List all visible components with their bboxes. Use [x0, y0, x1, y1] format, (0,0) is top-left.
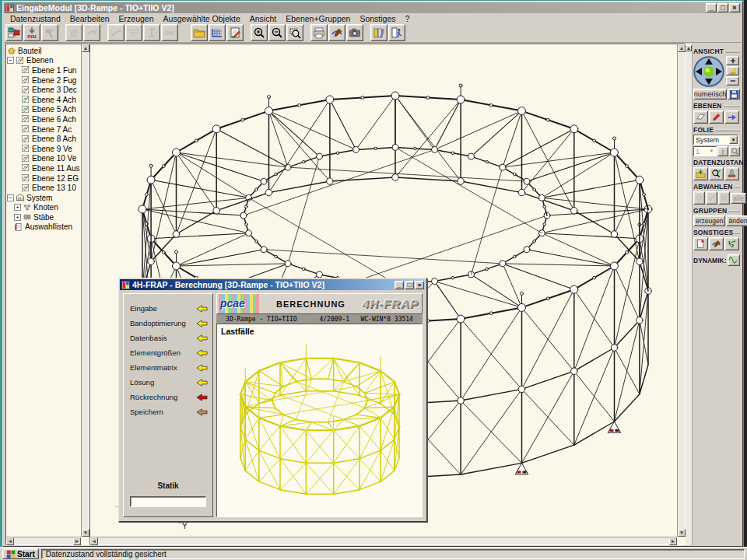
sonstiges-renumber-button[interactable]: 12	[724, 237, 739, 250]
tree-item-ebene-3[interactable]: Ebene 3 Dec	[7, 85, 80, 95]
toolbar-zoom-in-button[interactable]	[251, 24, 268, 41]
datenzustand-magnifier-check-button[interactable]	[709, 167, 724, 180]
toolbar-brush-eye-button[interactable]	[328, 24, 345, 41]
tree-item-system[interactable]: −System	[7, 193, 80, 203]
scroll-up-icon[interactable]: ▲	[678, 44, 686, 52]
menu-item-4[interactable]: Ansicht	[245, 14, 281, 23]
step-bandoptimierung: Bandoptimierung	[124, 316, 212, 331]
statik-label: Statik	[124, 481, 212, 490]
scroll-up-icon[interactable]: ▲	[82, 44, 89, 52]
scroll-left-icon[interactable]: ◄	[90, 537, 98, 545]
tree-item-ebene-1[interactable]: Ebene 1 Fun	[7, 65, 80, 75]
close-button[interactable]: ×	[415, 281, 424, 289]
sonstiges-page-red-dot-button[interactable]	[693, 237, 708, 250]
toolbar-grid-ruler-button[interactable]	[209, 24, 226, 41]
menu-item-3[interactable]: Ausgewählte Objekte	[159, 14, 245, 23]
menu-item-1[interactable]: Bearbeiten	[65, 14, 114, 23]
gruppen-erzeugen-button[interactable]: erzeugen	[693, 215, 725, 226]
tree-item-ebene-6[interactable]: Ebene 6 Ach	[7, 114, 80, 124]
folie-dropdown[interactable]: System ▼	[693, 135, 738, 145]
menu-item-2[interactable]: Erzeugen	[114, 14, 159, 23]
view-minus-button[interactable]	[726, 76, 739, 86]
numerisch-button[interactable]: numerisch	[693, 89, 727, 100]
panel-scrollbar[interactable]: ▲	[686, 44, 693, 545]
scroll-right-icon[interactable]: ►	[73, 537, 81, 545]
tree-item-ebene-9[interactable]: Ebene 9 Ve	[7, 144, 80, 154]
tree-item-ebenen[interactable]: −Ebenen	[7, 56, 80, 66]
minimize-button[interactable]: _	[706, 3, 717, 12]
toolbar-printer-button[interactable]	[310, 24, 328, 41]
toolbar-materials-book-button[interactable]	[226, 24, 244, 41]
toolbar-separator	[244, 24, 250, 41]
main-titlebar[interactable]: EingabeModul [3D-Rampe - TIO+TIIO V2] _ …	[4, 2, 742, 13]
scroll-down-icon[interactable]: ▼	[678, 529, 686, 537]
scroll-right-icon[interactable]: ►	[669, 537, 677, 545]
tree-expand-icon[interactable]: −	[7, 57, 14, 64]
tree-hscrollbar[interactable]: ◄ ►	[6, 537, 81, 544]
view-rotate-ball[interactable]	[693, 56, 724, 87]
toolbar-camera-button[interactable]	[346, 24, 363, 41]
datenzustand-folder-load-button[interactable]	[693, 167, 708, 180]
ebenen-red-pencil-button[interactable]	[709, 110, 724, 124]
tree-item-staebe[interactable]: +Stäbe	[7, 212, 80, 222]
menu-item-7[interactable]: ?	[401, 14, 415, 23]
tree-item-ebene-8[interactable]: Ebene 8 Ach	[7, 134, 80, 144]
toolbar-modules-button[interactable]	[5, 24, 23, 41]
tree-expand-icon[interactable]: +	[14, 214, 21, 221]
toolbar-neu-button[interactable]: neu	[23, 24, 40, 41]
tree-item-ebene-4[interactable]: Ebene 4 Ach	[7, 95, 80, 105]
toolbar-separator	[179, 24, 190, 41]
tree-item-bauteil[interactable]: Bauteil	[7, 46, 80, 56]
dynamik-button[interactable]	[728, 254, 741, 266]
tree-item-ebene-13[interactable]: Ebene 13 10	[7, 183, 80, 193]
menubar: DatenzustandBearbeitenErzeugenAusgewählt…	[4, 13, 742, 23]
scroll-down-icon[interactable]: ▼	[82, 529, 89, 537]
toolbar-separator	[364, 24, 370, 41]
toolbar-zoom-window-button[interactable]	[286, 24, 303, 41]
save-view-button[interactable]	[728, 89, 740, 100]
tree-item-ebene-10[interactable]: Ebene 10 Ve	[7, 154, 80, 164]
tree-expand-icon[interactable]: +	[14, 204, 21, 211]
canvas-vscrollbar[interactable]: ▲ ▼	[677, 44, 685, 537]
dialog-titlebar[interactable]: 4H-FRAP - Berechnung [3D-Rampe - TIO+TII…	[120, 279, 426, 290]
gruppen-aendern-button[interactable]: ändern	[726, 215, 747, 226]
tree-item-ebene-12[interactable]: Ebene 12 EG	[7, 173, 80, 184]
tree-vscrollbar[interactable]: ▲ ▼	[81, 44, 89, 537]
toolbar-folder-button[interactable]	[191, 24, 208, 41]
minimize-button[interactable]: _	[395, 281, 404, 289]
tree-expand-icon[interactable]: −	[7, 194, 14, 201]
desktop-edge	[744, 0, 747, 547]
toolbar-books-button[interactable]	[370, 24, 388, 41]
tree-item-knoten[interactable]: +Knoten	[7, 203, 80, 213]
tree-item-ebene-5[interactable]: Ebene 5 Ach	[7, 105, 80, 115]
close-button[interactable]: ×	[729, 3, 740, 12]
toolbar-zoom-out-button[interactable]	[268, 24, 286, 41]
view-plus-button[interactable]	[726, 56, 739, 65]
docpen-icon	[21, 114, 30, 124]
tree-item-ebene-2[interactable]: Ebene 2 Fug	[7, 75, 80, 86]
maximize-button[interactable]: □	[717, 3, 728, 12]
view-wedge-button[interactable]	[726, 66, 739, 75]
menu-item-6[interactable]: Sonstiges	[355, 14, 400, 23]
chevron-down-icon[interactable]: ▼	[729, 135, 738, 144]
datenzustand-stamp-button[interactable]	[724, 167, 739, 180]
calculation-dialog: 4H-FRAP - Berechnung [3D-Rampe - TIO+TII…	[118, 278, 427, 522]
scroll-up-icon[interactable]: ▲	[686, 45, 692, 51]
tree-item-ebene-11[interactable]: Ebene 11 Aus	[7, 163, 80, 173]
sonstiges-brush-eye-button[interactable]	[709, 237, 724, 250]
maximize-button[interactable]: □	[405, 281, 414, 289]
section-datenzustand: DATENZUSTAND	[693, 159, 740, 166]
tree-item-ebene-7[interactable]: Ebene 7 Ac	[7, 124, 80, 135]
toolbar-exit-button[interactable]	[388, 24, 405, 41]
section-ebenen: EBENEN	[693, 102, 740, 110]
start-button[interactable]: Start	[2, 548, 39, 559]
menu-item-0[interactable]: Datenzustand	[5, 14, 65, 23]
scroll-left-icon[interactable]: ◄	[6, 537, 14, 545]
ebenen-plane-button[interactable]	[693, 110, 708, 124]
ebenen-blue-arrow-button[interactable]	[724, 110, 739, 124]
project-info-strip: 3D-Rampe - TIO+TIIO 4/2009-1 WC-WIN*8 33…	[216, 314, 423, 324]
toolbar-separator	[101, 24, 107, 41]
tree-item-auswahllisten[interactable]: Auswahllisten	[7, 222, 80, 233]
menu-item-5[interactable]: Ebenen+Gruppen	[281, 14, 355, 23]
canvas-hscrollbar[interactable]: ◄ ►	[90, 537, 677, 544]
